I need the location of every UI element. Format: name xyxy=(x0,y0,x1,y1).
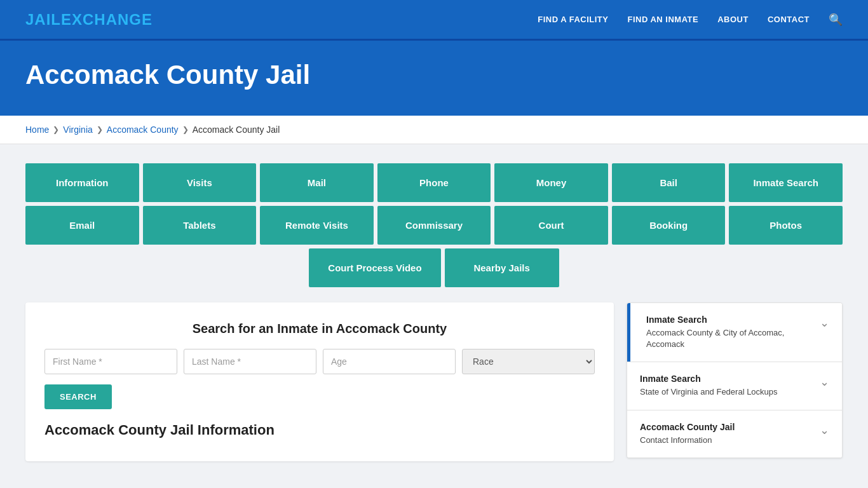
site-header: JAILEXCHANGE FIND A FACILITY FIND AN INM… xyxy=(0,0,868,41)
race-select[interactable]: Race White Black Hispanic Asian Other xyxy=(462,349,595,374)
tile-row-3: Court Process Video Nearby Jails xyxy=(25,248,843,287)
search-button[interactable]: SEARCH xyxy=(44,384,112,409)
tile-nearby-jails[interactable]: Nearby Jails xyxy=(445,248,559,287)
breadcrumb-bar: Home ❯ Virginia ❯ Accomack County ❯ Acco… xyxy=(0,116,868,144)
sidebar-item-2[interactable]: Inmate Search State of Virginia and Fede… xyxy=(627,362,842,410)
age-input[interactable] xyxy=(323,349,456,374)
tile-row-1: Information Visits Mail Phone Money Bail… xyxy=(25,163,843,202)
jail-info-title: Accomack County Jail Information xyxy=(44,422,595,442)
breadcrumb-sep-2: ❯ xyxy=(97,125,103,134)
nav-find-inmate[interactable]: FIND AN INMATE xyxy=(627,15,698,24)
tile-inmate-search[interactable]: Inmate Search xyxy=(729,163,843,202)
breadcrumb: Home ❯ Virginia ❯ Accomack County ❯ Acco… xyxy=(25,125,843,135)
chevron-down-icon-2: ⌄ xyxy=(820,375,829,389)
sidebar-title-2: Inmate Search xyxy=(640,374,778,384)
breadcrumb-county[interactable]: Accomack County xyxy=(107,125,179,135)
hero-section: Accomack County Jail xyxy=(0,41,868,116)
search-icon[interactable]: 🔍 xyxy=(829,13,843,27)
tile-court-process-video[interactable]: Court Process Video xyxy=(309,248,440,287)
breadcrumb-sep-1: ❯ xyxy=(53,125,59,134)
first-name-input[interactable] xyxy=(44,349,177,374)
tile-remote-visits[interactable]: Remote Visits xyxy=(260,206,374,245)
sidebar-sub-3: Contact Information xyxy=(640,435,735,446)
logo-part1: JAIL xyxy=(25,11,61,28)
tile-commissary[interactable]: Commissary xyxy=(377,206,491,245)
breadcrumb-home[interactable]: Home xyxy=(25,125,49,135)
chevron-down-icon-3: ⌄ xyxy=(820,423,829,437)
breadcrumb-current: Accomack County Jail xyxy=(193,125,280,135)
sidebar-title-1: Inmate Search xyxy=(646,315,820,325)
inmate-search-title: Search for an Inmate in Accomack County xyxy=(44,322,595,336)
sidebar-item-1[interactable]: Inmate Search Accomack County & City of … xyxy=(627,303,842,362)
sidebar-accent-1 xyxy=(627,303,630,362)
inmate-search-panel: Search for an Inmate in Accomack County … xyxy=(25,302,614,461)
tile-row-2: Email Tablets Remote Visits Commissary C… xyxy=(25,206,843,245)
tile-phone[interactable]: Phone xyxy=(377,163,491,202)
sidebar-sub-2: State of Virginia and Federal Lockups xyxy=(640,386,778,398)
page-title: Accomack County Jail xyxy=(25,60,843,90)
sidebar-title-3: Accomack County Jail xyxy=(640,422,735,432)
sidebar-item-3[interactable]: Accomack County Jail Contact Information… xyxy=(627,410,842,458)
nav-about[interactable]: ABOUT xyxy=(717,15,749,24)
content-area: Information Visits Mail Phone Money Bail… xyxy=(0,144,868,480)
tile-photos[interactable]: Photos xyxy=(729,206,843,245)
chevron-down-icon-1: ⌄ xyxy=(820,316,829,330)
tile-court[interactable]: Court xyxy=(494,206,608,245)
main-columns: Search for an Inmate in Accomack County … xyxy=(25,302,843,461)
nav-contact[interactable]: CONTACT xyxy=(768,15,810,24)
tile-bail[interactable]: Bail xyxy=(612,163,726,202)
tile-visits[interactable]: Visits xyxy=(143,163,257,202)
tile-tablets[interactable]: Tablets xyxy=(143,206,257,245)
tile-mail[interactable]: Mail xyxy=(260,163,374,202)
tile-email[interactable]: Email xyxy=(25,206,139,245)
tile-information[interactable]: Information xyxy=(25,163,139,202)
sidebar: Inmate Search Accomack County & City of … xyxy=(627,302,843,458)
main-nav: FIND A FACILITY FIND AN INMATE ABOUT CON… xyxy=(538,13,843,27)
last-name-input[interactable] xyxy=(184,349,316,374)
breadcrumb-sep-3: ❯ xyxy=(182,125,189,134)
logo-part2: EXCHANGE xyxy=(61,11,153,28)
sidebar-sub-1: Accomack County & City of Accomac, Accom… xyxy=(646,327,820,350)
search-fields: Race White Black Hispanic Asian Other xyxy=(44,349,595,374)
tile-money[interactable]: Money xyxy=(494,163,608,202)
nav-find-facility[interactable]: FIND A FACILITY xyxy=(538,15,608,24)
site-logo[interactable]: JAILEXCHANGE xyxy=(25,11,153,29)
breadcrumb-virginia[interactable]: Virginia xyxy=(63,125,92,135)
tile-booking[interactable]: Booking xyxy=(612,206,726,245)
